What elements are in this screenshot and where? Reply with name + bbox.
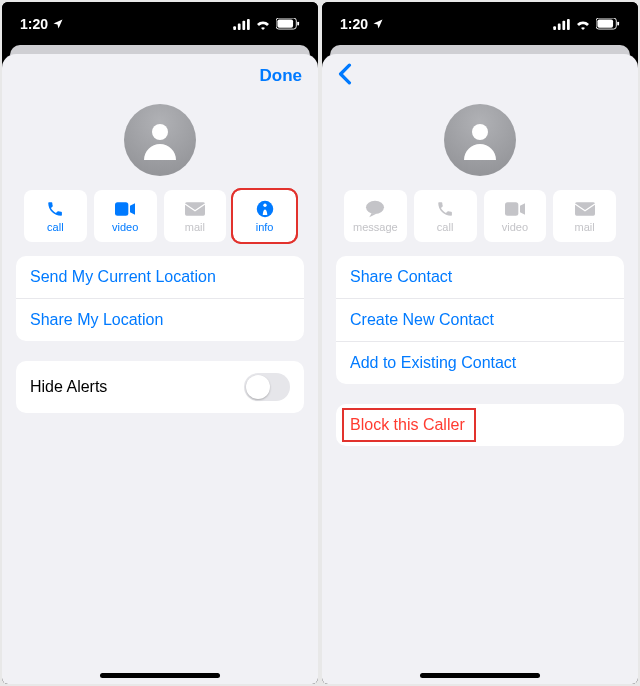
battery-icon	[596, 18, 620, 30]
svg-rect-2	[242, 20, 245, 29]
back-button[interactable]	[338, 63, 352, 89]
location-icon	[52, 18, 64, 30]
create-contact-label: Create New Contact	[350, 311, 494, 329]
phone-icon	[46, 200, 64, 218]
mail-label: mail	[575, 221, 595, 233]
call-label: call	[47, 221, 64, 233]
person-icon	[456, 116, 504, 164]
status-bar: 1:20	[2, 2, 318, 40]
video-label: video	[112, 221, 138, 233]
avatar[interactable]	[444, 104, 516, 176]
message-label: message	[353, 221, 398, 233]
svg-point-11	[263, 204, 266, 207]
alerts-group: Hide Alerts	[16, 361, 304, 413]
svg-point-19	[472, 124, 488, 140]
background-peek	[2, 40, 318, 54]
block-caller-row[interactable]: Block this Caller	[336, 404, 624, 446]
info-tile[interactable]: info	[233, 190, 296, 242]
nav-bar: Done	[2, 54, 318, 98]
video-label: video	[502, 221, 528, 233]
avatar[interactable]	[124, 104, 196, 176]
info-label: info	[256, 221, 274, 233]
status-bar: 1:20	[322, 2, 638, 40]
contact-info-sheet: message call video mail Share Contact Cr…	[322, 54, 638, 684]
call-tile: call	[414, 190, 477, 242]
call-tile[interactable]: call	[24, 190, 87, 242]
action-row: message call video mail	[322, 190, 638, 256]
svg-point-20	[366, 201, 384, 214]
send-location-label: Send My Current Location	[30, 268, 216, 286]
cell-signal-icon	[553, 19, 570, 30]
svg-rect-8	[115, 202, 128, 215]
block-caller-label: Block this Caller	[350, 416, 465, 434]
share-contact-label: Share Contact	[350, 268, 452, 286]
video-icon	[505, 202, 525, 216]
mail-tile: mail	[553, 190, 616, 242]
share-location-label: Share My Location	[30, 311, 163, 329]
nav-bar	[322, 54, 638, 98]
svg-rect-14	[562, 20, 565, 29]
svg-rect-13	[558, 23, 561, 29]
svg-rect-22	[575, 202, 595, 215]
send-location-row[interactable]: Send My Current Location	[16, 256, 304, 298]
svg-rect-17	[597, 19, 613, 27]
contact-sheet: Done call video mail info	[2, 54, 318, 684]
svg-rect-12	[553, 26, 556, 30]
location-icon	[372, 18, 384, 30]
add-existing-row[interactable]: Add to Existing Contact	[336, 341, 624, 384]
svg-rect-6	[297, 22, 299, 26]
message-icon	[365, 200, 385, 218]
phone-right: 1:20 message	[322, 2, 638, 684]
create-contact-row[interactable]: Create New Contact	[336, 298, 624, 341]
svg-point-7	[152, 124, 168, 140]
video-icon	[115, 202, 135, 216]
action-row: call video mail info	[2, 190, 318, 256]
status-time: 1:20	[20, 16, 48, 32]
block-group: Block this Caller	[336, 404, 624, 446]
svg-rect-9	[185, 202, 205, 215]
video-tile: video	[484, 190, 547, 242]
wifi-icon	[255, 18, 271, 30]
svg-rect-18	[617, 22, 619, 26]
phone-icon	[436, 200, 454, 218]
mail-icon	[185, 202, 205, 216]
cell-signal-icon	[233, 19, 250, 30]
done-button[interactable]: Done	[260, 66, 303, 86]
svg-rect-15	[567, 19, 570, 30]
home-indicator[interactable]	[100, 673, 220, 678]
avatar-container	[2, 98, 318, 190]
background-peek	[322, 40, 638, 54]
info-icon	[256, 200, 274, 218]
battery-icon	[276, 18, 300, 30]
location-group: Send My Current Location Share My Locati…	[16, 256, 304, 341]
svg-rect-1	[238, 23, 241, 29]
mail-icon	[575, 202, 595, 216]
video-tile[interactable]: video	[94, 190, 157, 242]
add-existing-label: Add to Existing Contact	[350, 354, 516, 372]
mail-tile: mail	[164, 190, 227, 242]
call-label: call	[437, 221, 454, 233]
wifi-icon	[575, 18, 591, 30]
share-contact-row[interactable]: Share Contact	[336, 256, 624, 298]
mail-label: mail	[185, 221, 205, 233]
status-time: 1:20	[340, 16, 368, 32]
svg-rect-0	[233, 26, 236, 30]
hide-alerts-row: Hide Alerts	[16, 361, 304, 413]
message-tile: message	[344, 190, 407, 242]
home-indicator[interactable]	[420, 673, 540, 678]
svg-rect-3	[247, 19, 250, 30]
svg-rect-21	[505, 202, 518, 215]
phone-left: 1:20 Done call video	[2, 2, 318, 684]
contact-actions-group: Share Contact Create New Contact Add to …	[336, 256, 624, 384]
chevron-left-icon	[338, 63, 352, 85]
hide-alerts-toggle[interactable]	[244, 373, 290, 401]
svg-rect-5	[277, 19, 293, 27]
hide-alerts-label: Hide Alerts	[30, 378, 107, 396]
share-location-row[interactable]: Share My Location	[16, 298, 304, 341]
person-icon	[136, 116, 184, 164]
avatar-container	[322, 98, 638, 190]
